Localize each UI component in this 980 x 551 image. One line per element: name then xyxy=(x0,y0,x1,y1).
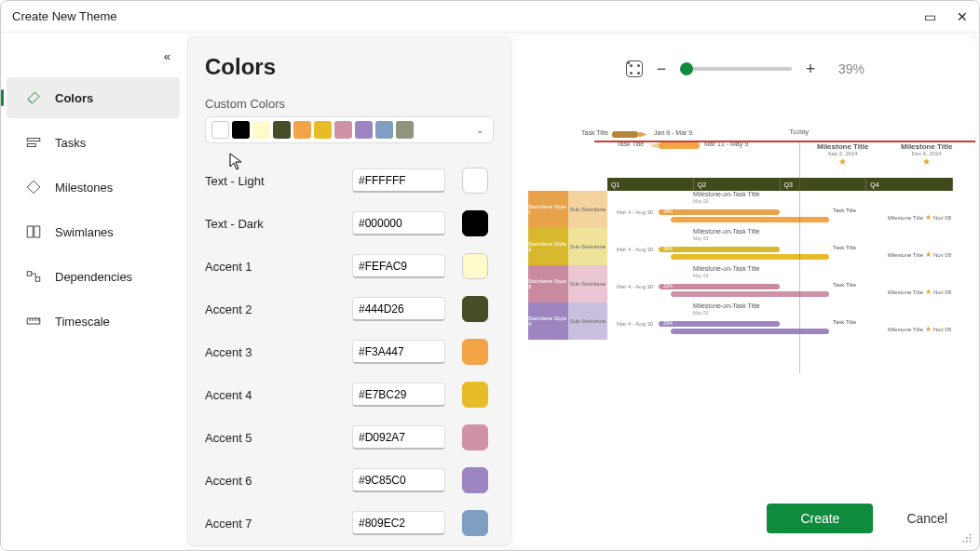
star-icon: ★ xyxy=(925,213,932,222)
color-input[interactable] xyxy=(352,468,445,492)
sidebar: « Colors Tasks xyxy=(1,33,185,550)
zoom-in-button[interactable]: + xyxy=(803,60,818,79)
create-button[interactable]: Create xyxy=(767,504,873,533)
color-input[interactable] xyxy=(352,168,445,193)
cancel-button[interactable]: Cancel xyxy=(901,510,953,527)
color-input[interactable] xyxy=(352,254,445,278)
sidebar-item-label: Swimlanes xyxy=(55,225,114,239)
color-chip[interactable] xyxy=(462,382,488,408)
zoom-slider[interactable] xyxy=(680,67,792,71)
swatch[interactable] xyxy=(396,121,414,139)
swimlane: Swimlane Style 1 Sub-Swimlane Milestone-… xyxy=(528,191,953,228)
panel-heading: Colors xyxy=(205,54,494,80)
milestone-marker: Milestone Title Dec 6, 2024 ★ xyxy=(901,142,952,167)
lane-bar-a xyxy=(659,284,780,289)
collapse-icon[interactable]: « xyxy=(164,49,170,63)
color-row: Accent 3 xyxy=(205,339,494,365)
preview-bar xyxy=(649,142,659,149)
swatch[interactable] xyxy=(375,121,393,139)
swimlane: Swimlane Style 3 Sub-Swimlane Milestone-… xyxy=(528,265,953,302)
sidebar-item-dependencies[interactable]: Dependencies xyxy=(7,256,180,297)
color-input[interactable] xyxy=(352,383,445,407)
color-chip[interactable] xyxy=(462,210,488,236)
color-chip[interactable] xyxy=(462,253,488,279)
star-icon: ★ xyxy=(925,325,932,333)
dependencies-icon xyxy=(25,268,42,285)
close-icon[interactable]: ✕ xyxy=(957,9,968,24)
sidebar-item-tasks[interactable]: Tasks xyxy=(7,122,180,163)
swimlane-outer: Swimlane Style 3 xyxy=(528,265,568,302)
swimlane-inner: Sub-Swimlane xyxy=(568,228,607,265)
sidebar-item-swimlanes[interactable]: Swimlanes xyxy=(7,211,180,252)
zoom-percent: 39% xyxy=(838,61,864,76)
resize-grip-icon[interactable] xyxy=(961,532,973,544)
swatch[interactable] xyxy=(211,121,229,139)
color-row: Text - Dark xyxy=(205,210,494,236)
swatch[interactable] xyxy=(232,121,250,139)
lane-percent: 33% xyxy=(663,283,673,289)
svg-point-9 xyxy=(970,541,972,543)
lane-task-title-b: Task Title xyxy=(833,282,856,288)
lane-percent: 33% xyxy=(663,208,673,214)
color-row: Accent 7 xyxy=(205,510,494,536)
lane-task-title-b: Task Title xyxy=(833,208,856,213)
tasks-icon xyxy=(25,134,42,151)
svg-rect-5 xyxy=(35,277,40,282)
color-input[interactable] xyxy=(352,211,445,235)
color-label: Accent 3 xyxy=(205,345,345,359)
color-chip[interactable] xyxy=(462,510,488,536)
svg-rect-3 xyxy=(34,226,40,237)
lane-range: Mar 4 - Aug 30 xyxy=(617,321,653,327)
lane-task-date: May 03 xyxy=(693,235,708,241)
quarter: Q1 xyxy=(607,178,694,191)
swatch[interactable] xyxy=(273,121,291,139)
color-label: Accent 5 xyxy=(205,431,345,445)
color-chip[interactable] xyxy=(462,168,488,194)
swimlane-body: Milestone-on-Task Title May 03 Mar 4 - A… xyxy=(607,302,953,340)
color-label: Text - Dark xyxy=(205,217,345,231)
lane-percent: 33% xyxy=(663,246,673,251)
color-chip[interactable] xyxy=(462,424,488,450)
lane-percent: 33% xyxy=(663,320,673,326)
lane-task-title: Milestone-on-Task Title xyxy=(693,302,760,309)
swatch[interactable] xyxy=(334,121,352,139)
window-controls: ▭ ✕ xyxy=(924,9,968,24)
fit-icon[interactable] xyxy=(626,60,643,77)
lane-task-title: Milestone-on-Task Title xyxy=(693,191,760,197)
sidebar-item-label: Colors xyxy=(55,91,93,105)
swatch[interactable] xyxy=(314,121,332,139)
color-input[interactable] xyxy=(352,511,445,535)
swatch[interactable] xyxy=(252,121,270,139)
color-chip[interactable] xyxy=(462,339,488,365)
swimlane-outer: Swimlane Style 1 xyxy=(528,191,568,228)
dialog-footer: Create Cancel xyxy=(767,504,953,533)
color-chip[interactable] xyxy=(462,467,488,493)
color-input[interactable] xyxy=(352,340,445,364)
redline xyxy=(594,141,975,142)
chevron-down-icon[interactable]: ⌄ xyxy=(476,125,483,135)
swatch[interactable] xyxy=(355,121,373,139)
preview-pane: − + 39% Task Title Jan 8 - Mar 9 Task Ti… xyxy=(515,36,975,546)
zoom-out-button[interactable]: − xyxy=(654,60,669,79)
sidebar-item-timescale[interactable]: Timescale xyxy=(7,301,180,342)
lane-task-date: May 03 xyxy=(693,273,708,278)
color-chip[interactable] xyxy=(462,296,488,322)
zoom-thumb[interactable] xyxy=(680,62,693,75)
dialog-window: Create New Theme ▭ ✕ « Colors Tasks xyxy=(0,0,980,551)
color-label: Accent 2 xyxy=(205,302,345,316)
swatch[interactable] xyxy=(293,121,311,139)
lane-bar-b xyxy=(671,254,829,260)
diamond-icon xyxy=(25,179,42,195)
svg-rect-2 xyxy=(27,226,33,237)
svg-rect-6 xyxy=(27,318,40,324)
minimize-icon[interactable]: ▭ xyxy=(924,9,934,24)
sidebar-item-label: Tasks xyxy=(55,136,86,150)
color-input[interactable] xyxy=(352,425,445,450)
sidebar-item-milestones[interactable]: Milestones xyxy=(7,167,180,208)
lane-milestone: Milestone Title ★ Nov 08 xyxy=(888,325,951,333)
window-title: Create New Theme xyxy=(12,9,116,23)
sidebar-item-colors[interactable]: Colors xyxy=(7,77,180,118)
lane-bar-b xyxy=(671,291,829,297)
custom-colors-dropdown[interactable]: ⌄ xyxy=(205,116,494,143)
color-input[interactable] xyxy=(352,297,445,321)
